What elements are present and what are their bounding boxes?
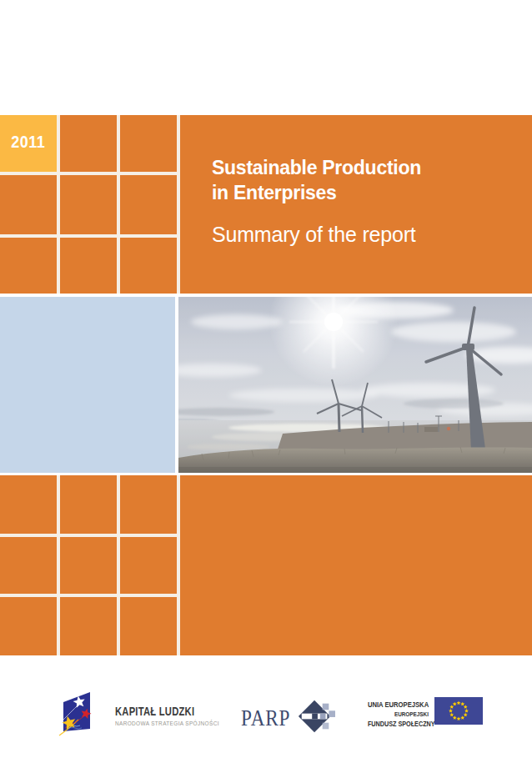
light-blue-panel [0,297,175,473]
cover-photo [178,297,532,473]
eu-line2: EUROPEJSKI [368,710,429,718]
grid-line [0,172,180,175]
year-label: 2011 [12,133,46,152]
grid-line [57,475,60,655]
grid-line [117,115,120,294]
wind-turbines-photo [178,297,532,473]
kapital-ludzki-wordmark: KAPITAŁ LUDZKI NARODOWA STRATEGIA SPÓJNO… [115,705,228,726]
kapital-ludzki-name: KAPITAŁ LUDZKI [115,705,206,718]
grid-line [177,115,180,294]
report-subtitle: Summary of the report [212,222,429,247]
kapital-ludzki-flag-icon [58,690,97,741]
grid-line [177,475,180,655]
eu-wordmark: UNIA EUROPEJSKA EUROPEJSKI FUNDUSZ SPOŁE… [357,700,429,728]
eu-flag-icon [434,697,483,728]
bottom-orange-band [0,475,532,655]
grid-line [0,534,180,537]
report-cover-page: 2011 Sustainable Production in Enterpris… [0,0,532,773]
kapital-ludzki-tagline: NARODOWA STRATEGIA SPÓJNOŚCI [115,720,219,726]
report-title-line1: Sustainable Production [212,155,421,180]
grid-line [57,115,60,294]
faded-overlay [178,297,532,473]
parp-logo: PARP [241,698,335,738]
grid-line [0,234,180,238]
grid-line [117,475,120,655]
year-badge: 2011 [0,115,57,172]
eu-logo: UNIA EUROPEJSKA EUROPEJSKI FUNDUSZ SPOŁE… [357,697,483,728]
parp-diamond-icon [297,698,335,738]
grid-line [0,594,180,597]
eu-line3: FUNDUSZ SPOŁECZNY [368,720,429,728]
report-title-line2: in Enterprises [212,180,421,205]
eu-line1: UNIA EUROPEJSKA [368,700,429,709]
title-block: Sustainable Production in Enterprises Su… [212,155,429,247]
parp-wordmark: PARP [241,705,290,731]
